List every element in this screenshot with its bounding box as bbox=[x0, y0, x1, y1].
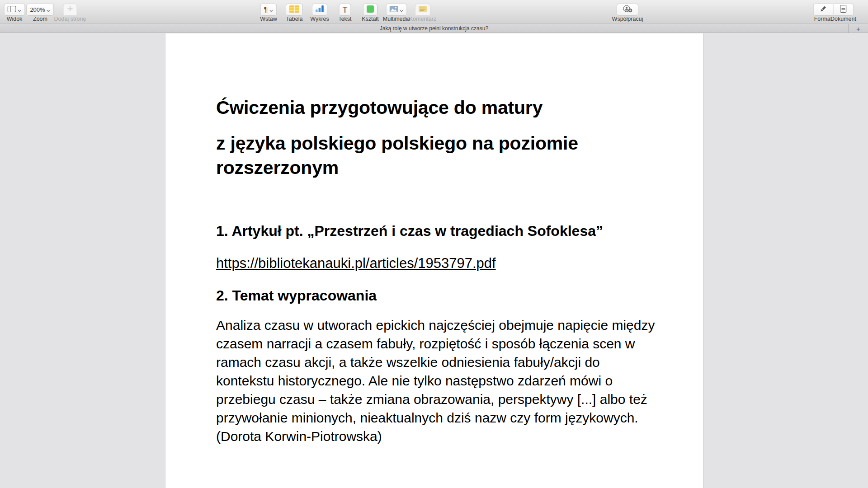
format-label: Format bbox=[814, 16, 832, 22]
format-button[interactable] bbox=[813, 4, 833, 16]
insert-control: ¶ Wstaw bbox=[258, 0, 279, 23]
text-control: T Tekst bbox=[335, 0, 355, 23]
media-control: Multimedia bbox=[386, 0, 407, 23]
document-control: Dokument bbox=[833, 0, 854, 23]
insert-button[interactable]: ¶ bbox=[260, 4, 277, 16]
plus-icon bbox=[67, 5, 74, 14]
chevron-down-icon bbox=[400, 6, 404, 14]
comment-icon bbox=[419, 6, 427, 14]
document-label: Dokument bbox=[830, 16, 856, 22]
add-page-label: Dodaj stronę bbox=[54, 16, 86, 22]
tab-bar: Jaką rolę w utworze pełni konstrukcja cz… bbox=[0, 24, 868, 33]
document-title-line1[interactable]: Ćwiczenia przygotowujące do matury bbox=[216, 95, 659, 120]
insert-label: Wstaw bbox=[260, 16, 277, 22]
text-icon: T bbox=[343, 6, 348, 14]
chart-button[interactable] bbox=[312, 4, 327, 16]
shape-button[interactable] bbox=[363, 4, 377, 16]
zoom-value: 200% bbox=[30, 6, 45, 13]
chevron-down-icon bbox=[47, 6, 51, 14]
text-label: Tekst bbox=[338, 16, 351, 22]
add-page-control: Dodaj stronę bbox=[60, 0, 80, 23]
chart-label: Wykres bbox=[310, 16, 329, 22]
shape-control: Kształt bbox=[360, 0, 380, 23]
document-tab[interactable]: Jaką rolę w utworze pełni konstrukcja cz… bbox=[380, 25, 488, 32]
shape-icon bbox=[367, 5, 374, 14]
pilcrow-icon: ¶ bbox=[264, 6, 268, 14]
collaborate-label: Współpracuj bbox=[612, 16, 643, 22]
pages-app-window: Widok 200% Zoom Dodaj stronę ¶ bbox=[0, 0, 868, 488]
chart-control: Wykres bbox=[310, 0, 330, 23]
section2-heading[interactable]: 2. Temat wypracowania bbox=[216, 286, 659, 305]
view-button[interactable] bbox=[4, 4, 25, 16]
collaborate-button[interactable] bbox=[617, 4, 638, 16]
comment-control: Komentarz bbox=[413, 0, 433, 23]
media-button[interactable] bbox=[386, 4, 407, 16]
sidebar-view-icon bbox=[8, 6, 16, 14]
bar-chart-icon bbox=[316, 5, 324, 14]
document-page[interactable]: Ćwiczenia przygotowujące do matury z jęz… bbox=[165, 33, 703, 488]
zoom-label: Zoom bbox=[33, 16, 47, 22]
table-label: Tabela bbox=[286, 16, 303, 22]
article-link[interactable]: https://bibliotekanauki.pl/articles/1953… bbox=[216, 254, 496, 273]
view-control: Widok bbox=[5, 0, 24, 23]
table-control: Tabela bbox=[284, 0, 304, 23]
document-content: Ćwiczenia przygotowujące do matury z jęz… bbox=[216, 95, 659, 446]
text-box-button[interactable]: T bbox=[339, 4, 351, 16]
document-button[interactable] bbox=[833, 4, 854, 16]
view-label: Widok bbox=[7, 16, 23, 22]
comment-label: Komentarz bbox=[409, 16, 436, 22]
zoom-dropdown[interactable]: 200% bbox=[26, 4, 54, 16]
photo-icon bbox=[390, 6, 398, 14]
add-page-button[interactable] bbox=[63, 4, 77, 16]
collaborate-control: Współpracuj bbox=[611, 0, 644, 23]
chevron-down-icon bbox=[18, 6, 22, 14]
chevron-down-icon bbox=[269, 6, 274, 14]
document-icon bbox=[840, 5, 846, 14]
document-canvas[interactable]: Ćwiczenia przygotowujące do matury z jęz… bbox=[0, 33, 868, 488]
table-icon bbox=[289, 5, 299, 14]
new-tab-button[interactable]: + bbox=[848, 24, 868, 33]
media-label: Multimedia bbox=[383, 16, 410, 22]
zoom-control: 200% Zoom bbox=[28, 0, 52, 23]
table-button[interactable] bbox=[286, 4, 303, 16]
toolbar: Widok 200% Zoom Dodaj stronę ¶ bbox=[0, 0, 868, 23]
document-title-line2[interactable]: z języka polskiego polskiego na poziomie… bbox=[216, 131, 659, 180]
comment-button[interactable] bbox=[415, 4, 430, 16]
paintbrush-icon bbox=[819, 5, 827, 14]
shape-label: Kształt bbox=[362, 16, 379, 22]
essay-topic-paragraph[interactable]: Analiza czasu w utworach epickich najczę… bbox=[216, 316, 659, 446]
add-person-icon bbox=[623, 5, 632, 14]
section1-heading[interactable]: 1. Artykuł pt. „Przestrzeń i czas w trag… bbox=[216, 221, 659, 240]
